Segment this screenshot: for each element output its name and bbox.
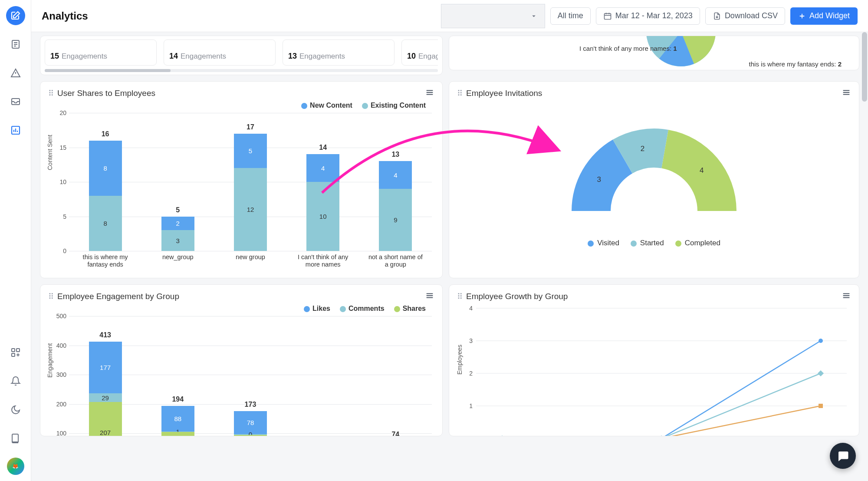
chevron-down-icon (530, 12, 538, 20)
engagement-card[interactable]: 15 Engagements (45, 40, 157, 66)
pie-slice-label: this is where my fantasy ends: 2 (749, 60, 842, 68)
engagement-count: 13 (288, 52, 297, 61)
calendar-icon (603, 12, 612, 20)
nav-docs[interactable] (6, 429, 25, 448)
intercom-chat-button[interactable] (830, 443, 856, 469)
scrollbar-thumb[interactable] (862, 32, 867, 102)
user-shares-chart: 05101520168853217125141041394 (69, 113, 432, 251)
svg-rect-3 (12, 349, 15, 352)
widget-menu-button[interactable] (842, 291, 851, 302)
svg-point-20 (819, 339, 823, 343)
svg-rect-4 (16, 349, 20, 352)
all-time-label: All time (558, 11, 583, 20)
horizontal-scrollbar[interactable] (45, 69, 438, 72)
engagement-card[interactable]: 13 Engagements (283, 40, 395, 66)
header: Analytics All time Mar 12 - Mar 12, 2023… (31, 0, 868, 32)
widget-employee-invitations: ⠿ Employee Invitations 324 Visited Start… (449, 81, 859, 278)
widget-title: Employee Invitations (466, 89, 542, 98)
chat-icon (836, 449, 849, 462)
growth-line-chart: 01234 (476, 308, 847, 436)
chart-legend: New Content Existing Content (301, 102, 426, 109)
invitations-semi-donut: 324 (567, 124, 741, 221)
nav-analytics[interactable] (6, 121, 25, 140)
widget-employee-engagement: ⠿ Employee Engagement by Group Likes Com… (40, 284, 443, 436)
add-widget-label: Add Widget (809, 11, 850, 20)
nav-alerts[interactable] (6, 63, 25, 82)
chart-legend: Likes Comments Shares (304, 305, 426, 313)
date-range-filter[interactable]: Mar 12 - Mar 12, 2023 (596, 7, 700, 25)
download-icon (713, 12, 721, 20)
engagement-count: 14 (169, 52, 178, 61)
download-csv-button[interactable]: Download CSV (705, 7, 785, 25)
engagement-chart: 1002003004005004132072917719410518817395… (69, 316, 432, 436)
vertical-scrollbar[interactable] (862, 32, 867, 206)
widget-user-shares: ⠿ User Shares to Employees New Content E… (40, 81, 443, 278)
svg-text:3: 3 (469, 337, 473, 344)
sidebar: 🦊 (0, 0, 31, 481)
nav-darkmode[interactable] (6, 400, 25, 419)
nav-inbox[interactable] (6, 92, 25, 111)
pie-chart-partial (633, 36, 729, 70)
add-widget-button[interactable]: Add Widget (790, 7, 858, 25)
pie-slice-label: I can't think of any more names: 1 (579, 45, 677, 52)
all-time-filter[interactable]: All time (550, 7, 591, 25)
widget-menu-button[interactable] (425, 88, 434, 99)
engagement-card[interactable]: 10 Engagements (401, 40, 438, 66)
engagement-card[interactable]: 14 Engagements (164, 40, 276, 66)
widget-title: User Shares to Employees (57, 89, 155, 98)
drag-handle-icon[interactable]: ⠿ (48, 292, 54, 301)
widget-title: Employee Growth by Group (466, 292, 568, 301)
y-axis-label: Content Sent (46, 135, 53, 170)
engagement-label: Engagements (181, 52, 226, 61)
nav-notifications[interactable] (6, 372, 25, 391)
nav-documents[interactable] (6, 35, 25, 54)
avatar[interactable]: 🦊 (7, 458, 24, 475)
plus-icon (798, 12, 806, 20)
widget-title: Employee Engagement by Group (57, 292, 179, 301)
content: 15 Engagements 14 Engagements 13 Engagem… (31, 32, 868, 481)
svg-rect-21 (499, 435, 505, 436)
tab-dropdown[interactable] (441, 4, 545, 28)
engagement-label: Engagements (418, 52, 438, 61)
svg-rect-23 (818, 370, 824, 376)
page-title: Analytics (42, 10, 88, 22)
y-axis-label: Employees (456, 344, 463, 374)
nav-apps[interactable] (6, 343, 25, 362)
svg-text:4: 4 (469, 305, 473, 312)
svg-text:2: 2 (469, 370, 473, 377)
widget-employee-growth: ⠿ Employee Growth by Group Employees 012… (449, 284, 859, 436)
svg-text:0: 0 (469, 435, 473, 436)
drag-handle-icon[interactable]: ⠿ (457, 292, 463, 301)
widget-menu-button[interactable] (425, 291, 434, 302)
y-axis-label: Engagement (46, 343, 53, 378)
engagement-count: 15 (50, 52, 59, 61)
svg-rect-5 (12, 353, 15, 356)
widget-menu-button[interactable] (842, 88, 851, 99)
chart-legend: Visited Started Completed (588, 239, 720, 247)
pie-widget-partial: I can't think of any more names: 1 this … (449, 36, 859, 70)
svg-rect-26 (819, 404, 823, 408)
svg-rect-6 (604, 13, 611, 19)
x-axis-labels: this is where my fantasy endsnew_groupne… (69, 254, 432, 274)
svg-text:1: 1 (469, 402, 473, 409)
date-range-label: Mar 12 - Mar 12, 2023 (615, 11, 693, 20)
main: Analytics All time Mar 12 - Mar 12, 2023… (31, 0, 868, 481)
engagement-label: Engagements (62, 52, 107, 61)
drag-handle-icon[interactable]: ⠿ (457, 89, 463, 98)
engagement-count: 10 (407, 52, 416, 61)
engagement-summary-widget: 15 Engagements 14 Engagements 13 Engagem… (40, 36, 443, 75)
engagement-label: Engagements (299, 52, 345, 61)
drag-handle-icon[interactable]: ⠿ (48, 89, 54, 98)
scrollbar-thumb[interactable] (45, 69, 171, 72)
compose-button[interactable] (6, 6, 25, 25)
svg-rect-22 (658, 435, 664, 436)
download-csv-label: Download CSV (725, 11, 778, 20)
